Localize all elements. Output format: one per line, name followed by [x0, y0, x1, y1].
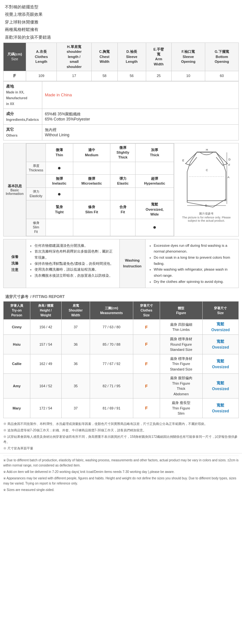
- dress-svg: H A C E D F G: [181, 146, 232, 210]
- thin-header: 微薄Thin: [46, 143, 73, 162]
- intro-line-4: 兩種風格輕鬆擁有: [5, 26, 237, 33]
- fitting-fit: 寬鬆Ovesized: [202, 374, 238, 399]
- th-shoulder: 肩寬ShoulderWidth: [61, 302, 90, 320]
- elasticity-subheader: [26, 174, 46, 188]
- basic-info-label: 基本訊息 Basic Information: [4, 143, 26, 236]
- val-shoulder: 17: [57, 71, 92, 81]
- thick-header: 加厚Thick: [136, 143, 174, 162]
- elasticity-micro-dot: [73, 188, 110, 200]
- svg-text:A: A: [227, 176, 229, 179]
- th-person: 穿著人員Try-onPerson: [4, 302, 30, 320]
- slim-fit-header: 修身Slim Fit: [73, 200, 110, 219]
- others-label: 其它 Others: [4, 124, 42, 140]
- fitting-shoulder: 37: [61, 320, 90, 335]
- svg-text:F: F: [228, 163, 230, 167]
- production-label: 產地 Made in XX,Manufacturedin XX: [4, 81, 42, 109]
- note-cn-3: ※ 試穿結果會因每人感受及身材比例穿著皆値而有所不同，身高體重不表示購買的尺寸，…: [3, 434, 239, 445]
- fitting-shoulder: 37: [61, 399, 90, 418]
- th-hw: 身高 / 體重Height /Weight: [30, 302, 61, 320]
- val-chest: 58: [92, 71, 118, 81]
- washing-section: 保養洗滌注意 任何衣物都建議淺淡色分開洗滌。 首次洗滌時深色布料易釋於出多餘固色…: [3, 239, 239, 288]
- col-size: 尺碼(cm)Size: [4, 43, 26, 71]
- col-chest: C.胸寬ChestWidth: [92, 43, 118, 71]
- fitting-figure: 扁身 腹部偏肉Thin FigureThickAbdomen: [160, 374, 202, 399]
- fitting-name: Hsiu: [4, 335, 30, 354]
- slim-tight-dot: [46, 219, 73, 236]
- col-bottom: G.下擺寬BottomOpening: [205, 43, 238, 71]
- fitting-measurements: 77 / 67 / 92: [90, 354, 133, 374]
- note-en-3: ※ Appearances may be varied with differe…: [3, 476, 239, 486]
- washing-label: 保養洗滌注意: [4, 239, 26, 288]
- slim-oversized-dot: ●: [136, 219, 174, 236]
- intro-line-5: 喜歡洋裝的女孩不要錯過: [5, 34, 237, 41]
- elasticity-hyper-dot: [136, 188, 174, 200]
- thickness-medium-dot: [73, 162, 110, 174]
- val-clothes-length: 109: [26, 71, 57, 81]
- th-clothes-size: 穿著尺寸ClothesSize: [133, 302, 160, 320]
- fitting-hw: 172 / 54: [30, 399, 61, 418]
- washing-tip-4: 使用洗衣機洗滌時，請以低速短程洗滌。: [35, 266, 116, 273]
- basic-attr-header: [26, 143, 46, 162]
- val-arm-width: 25: [146, 71, 171, 81]
- notes-cn-section: ※ 商品會因不同批製作、布料彈性、水洗處理或測量點等因素，使顏色尺寸與實際商品略…: [3, 421, 239, 451]
- tight-header: 緊身Tight: [46, 200, 73, 219]
- thickness-label: 厚度Thickness: [26, 162, 46, 174]
- production-value: Made in China: [42, 81, 239, 109]
- fitting-size: F: [133, 399, 160, 418]
- val-bottom: 60: [205, 71, 238, 81]
- fitting-figure: 圓身 標準身材Round FigureStandard Size: [160, 335, 202, 354]
- fitting-figure: 扁身 四肢偏細Thin Limbs: [160, 320, 202, 335]
- washing-right-content: Excessive dyes run off during first wash…: [146, 239, 239, 288]
- col-clothes-length: A.衣長ClothesLength: [26, 43, 57, 71]
- fit-header: 合身Fit: [110, 200, 136, 219]
- fitting-figure: 扁身 瘦長型Thin FigureSlim: [160, 399, 202, 418]
- image-note: 圖片僅參考The picture is for refence only. Pl…: [182, 212, 230, 222]
- fitting-size: F: [133, 335, 160, 354]
- col-shoulder: H.單肩寬shoulderlength /smallshoulder: [57, 43, 92, 71]
- washing-en-tip-2: Do not soak in a long time to prevent co…: [154, 255, 235, 266]
- slim-subheader: [26, 200, 46, 219]
- others-value: 無內裡 Without Lining: [42, 124, 239, 140]
- note-en-1: ※ Due to different batch of production, …: [3, 458, 239, 468]
- washing-tip-1: 任何衣物都建議淺淡色分開洗滌。: [35, 243, 116, 249]
- fitting-size: F: [133, 374, 160, 399]
- fitting-name: Amy: [4, 374, 30, 399]
- fitting-row: Mary 172 / 54 37 81 / 69 / 91 F 扁身 瘦長型Th…: [4, 399, 239, 418]
- elasticity-elastic-dot: [110, 188, 136, 200]
- fitting-fit: 寬鬆Ovesized: [202, 354, 238, 374]
- slightly-thick-header: 微厚SlightlyThick: [110, 143, 136, 162]
- inelastic-header: 無彈Inelastic: [46, 174, 73, 188]
- washing-left-content: 任何衣物都建議淺淡色分開洗滌。 首次洗滌時深色布料易釋於出多餘固色劑，屬於正常現…: [26, 239, 120, 288]
- size-table: 尺碼(cm)Size A.衣長ClothesLength H.單肩寬should…: [3, 43, 239, 81]
- th-measurements: 三圍(cm)Measurements: [90, 302, 133, 320]
- col-sleeve-opening: F.袖口寬SleeveOpening: [171, 43, 205, 71]
- washing-tip-5: 洗衣機脫水後請立即晾衣，勿放置過久以防移染。: [35, 273, 116, 279]
- note-cn-2: ※ 追加商品需等候7-20個工作天；針織、外套、牛仔褲商品期需7-30個工作天，…: [3, 428, 239, 433]
- fitting-hw: 157 / 54: [30, 335, 61, 354]
- val-sleeve-opening: 10: [171, 71, 205, 81]
- washing-tip-3: 保持衣物色澤鮮豔避免色/濃移染，勿長時間浸泡。: [35, 261, 116, 267]
- svg-text:H: H: [206, 148, 208, 151]
- size-f: F: [4, 71, 26, 81]
- fitting-name: Callie: [4, 354, 30, 374]
- fitting-hw: 162 / 49: [30, 354, 61, 374]
- th-figure: 體型Figure: [160, 302, 202, 320]
- fitting-fit: 寬鬆Ovesized: [202, 399, 238, 418]
- ingredients-value: 65%棉 35%聚酯纖維 65% Cotton 35%Polyester: [42, 109, 239, 124]
- washing-en-tip-1: Excessive dyes run off during first wash…: [154, 243, 235, 255]
- ingredients-label: 成分 Ingredients,Fabrics: [4, 109, 42, 124]
- fitting-figure: 扁身 標準身材Thin FigureStandard Size: [160, 354, 202, 374]
- fitting-name: Cinny: [4, 320, 30, 335]
- fitting-hw: 156 / 42: [30, 320, 61, 335]
- col-sleeve: D.袖長SleeveLength: [117, 43, 146, 71]
- fitting-row: Hsiu 157 / 54 36 85 / 70 / 88 F 圓身 標準身材R…: [4, 335, 239, 354]
- fitting-table: 穿著人員Try-onPerson 身高 / 體重Height /Weight 肩…: [3, 301, 239, 418]
- thickness-slightly-thick-dot: [110, 162, 136, 174]
- fitting-shoulder: 35: [61, 374, 90, 399]
- washing-instruction-label: WashingInstruction: [120, 239, 146, 288]
- fitting-shoulder: 36: [61, 354, 90, 374]
- washing-tip-2: 首次洗滌時深色布料易釋於出多餘固色劑，屬於正常現象。: [35, 248, 116, 260]
- fitting-measurements: 81 / 69 / 91: [90, 399, 133, 418]
- fitting-fit: 寬鬆Ovesized: [202, 335, 238, 354]
- elasticity-label: 彈力Elasticity: [26, 188, 46, 200]
